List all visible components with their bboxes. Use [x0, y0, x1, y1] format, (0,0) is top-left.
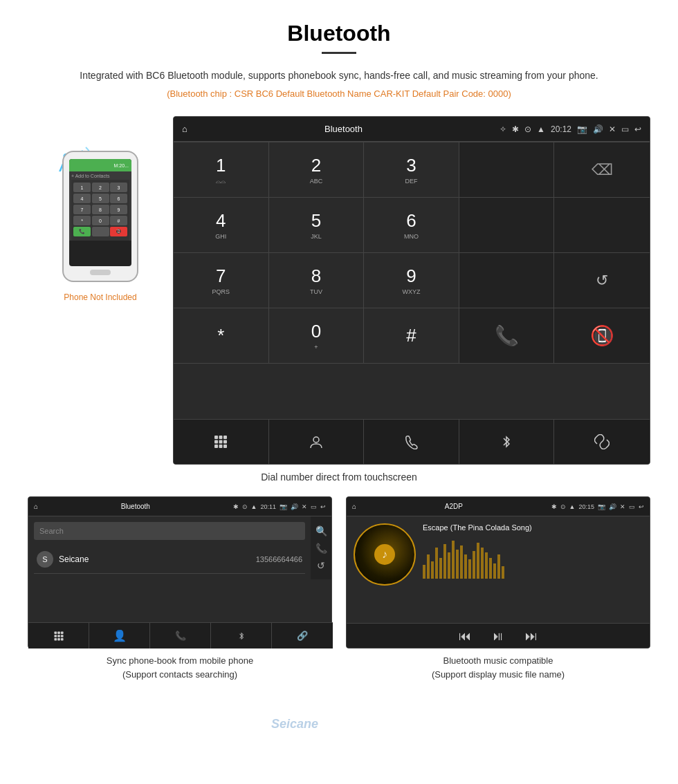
dial-screen-header: ⌂ Bluetooth ✧ ✱ ⊙ ▲ 20:12 📷 🔊 ✕ ▭ ↩: [174, 117, 650, 142]
contact-name: Seicane: [59, 554, 256, 564]
music-status-icons: ✱⊙▲ 20:15 📷🔊✕▭↩: [551, 503, 644, 510]
svg-line-11: [601, 440, 603, 443]
dial-bottom-bar: [174, 419, 650, 464]
pb-bottom-link[interactable]: 🔗: [272, 623, 332, 648]
pb-bottom-dialpad[interactable]: [28, 623, 89, 648]
svg-rect-7: [214, 445, 218, 448]
back-icon[interactable]: ↩: [634, 124, 641, 134]
music-time: 20:15: [578, 503, 594, 510]
phonebook-title: Bluetooth: [38, 503, 233, 510]
dial-key-call-red[interactable]: 📵: [554, 308, 650, 364]
svg-rect-19: [57, 638, 60, 641]
music-album-area: ♪ Escape (The Pina Colada Song): [347, 516, 650, 623]
time-display: 20:12: [551, 124, 571, 134]
dial-key-8[interactable]: 8TUV: [269, 253, 365, 308]
header-right-icons: ✧ ✱ ⊙ ▲ 20:12 📷 🔊 ✕ ▭ ↩: [500, 124, 641, 134]
music-caption-line2: (Support display music file name): [432, 669, 565, 680]
phonebook-wrap: ⌂ Bluetooth ✱⊙▲ 20:11 📷🔊✕▭↩: [28, 496, 332, 681]
music-title: A2DP: [356, 503, 551, 510]
music-song-title: Escape (The Pina Colada Song): [423, 523, 643, 532]
svg-rect-17: [60, 635, 63, 637]
dial-key-1[interactable]: 1⌓⌓: [174, 142, 269, 198]
bluetooth-info: (Bluetooth chip : CSR BC6 Default Blueto…: [28, 88, 650, 99]
svg-rect-4: [214, 440, 218, 444]
svg-rect-16: [57, 635, 60, 637]
title-underline: [322, 52, 356, 54]
dial-key-3[interactable]: 3DEF: [364, 142, 459, 198]
contact-row[interactable]: S Seicane 13566664466: [34, 545, 305, 574]
dial-key-star[interactable]: *: [174, 308, 269, 364]
dial-cell-empty-4: [459, 253, 555, 308]
svg-rect-8: [219, 445, 223, 448]
dial-screen-title: Bluetooth: [187, 124, 500, 134]
bottom-section: ⌂ Bluetooth ✱⊙▲ 20:11 📷🔊✕▭↩: [28, 496, 650, 681]
svg-rect-14: [60, 631, 63, 634]
phone-container: Å M:20... + Add to Contacts: [28, 116, 173, 302]
header-left-icons: ⌂: [182, 124, 187, 134]
bottom-contacts-icon[interactable]: [269, 420, 365, 464]
svg-rect-2: [219, 436, 223, 439]
sidebar-call-icon[interactable]: 📞: [315, 543, 327, 554]
sidebar-refresh-icon[interactable]: ↺: [317, 560, 325, 571]
bottom-link-icon[interactable]: [554, 420, 650, 464]
svg-rect-15: [54, 635, 57, 637]
phonebook-search-bar[interactable]: Search: [34, 522, 305, 540]
prev-track-icon[interactable]: ⏮: [459, 629, 471, 644]
bottom-phone-icon[interactable]: [364, 420, 459, 464]
dial-key-backspace[interactable]: ⌫: [554, 142, 650, 198]
dial-key-9[interactable]: 9WXYZ: [364, 253, 459, 308]
phonebook-content: Search S Seicane 13566664466: [28, 516, 311, 579]
sidebar-search-icon[interactable]: 🔍: [315, 525, 327, 536]
play-pause-icon[interactable]: ⏯: [492, 629, 504, 644]
dial-key-hash[interactable]: #: [364, 308, 459, 364]
screen-icon: ▭: [621, 124, 629, 134]
phonebook-main: Search S Seicane 13566664466: [28, 516, 311, 579]
phone-keypad: 123 456 789 *0#: [71, 180, 129, 241]
next-track-icon[interactable]: ⏭: [525, 629, 538, 644]
phone-screen: M:20... + Add to Contacts 123 456: [69, 159, 131, 266]
main-section: Å M:20... + Add to Contacts: [28, 116, 650, 465]
contact-number: 13566664466: [256, 555, 302, 563]
pb-bottom-bt[interactable]: [211, 623, 272, 648]
dial-key-5[interactable]: 5JKL: [269, 198, 365, 253]
phonebook-sidebar: 🔍 📞 ↺: [311, 516, 331, 579]
phonebook-caption-line2: (Support contacts searching): [122, 669, 237, 680]
search-placeholder: Search: [39, 527, 64, 535]
phonebook-status-icons: ✱⊙▲ 20:11 📷🔊✕▭↩: [233, 503, 326, 510]
dial-key-6[interactable]: 6MNO: [364, 198, 459, 253]
phonebook-screen-container: ⌂ Bluetooth ✱⊙▲ 20:11 📷🔊✕▭↩: [28, 496, 332, 648]
phonebook-caption-line1: Sync phone-book from mobile phone: [107, 655, 253, 666]
description: Integrated with BC6 Bluetooth module, su…: [28, 68, 650, 83]
phone-illustration: Å M:20... + Add to Contacts: [55, 137, 145, 289]
bottom-dialpad-icon[interactable]: [174, 420, 269, 464]
svg-rect-1: [214, 436, 218, 439]
pb-bottom-person[interactable]: 👤: [89, 623, 150, 648]
svg-rect-9: [223, 445, 227, 448]
contact-avatar: S: [37, 551, 53, 568]
svg-rect-5: [219, 440, 223, 444]
dial-key-call-green[interactable]: 📞: [459, 308, 555, 364]
music-visualizer: [423, 537, 643, 579]
music-info: Escape (The Pina Colada Song): [423, 523, 643, 616]
camera-icon: 📷: [577, 124, 587, 134]
svg-rect-12: [54, 631, 57, 634]
music-content: ♪ Escape (The Pina Colada Song): [347, 516, 650, 648]
dial-key-7[interactable]: 7PQRS: [174, 253, 269, 308]
page-container: Bluetooth Integrated with BC6 Bluetooth …: [0, 0, 678, 709]
phonebook-screen: ⌂ Bluetooth ✱⊙▲ 20:11 📷🔊✕▭↩: [28, 496, 332, 648]
home-icon[interactable]: ⌂: [182, 124, 187, 134]
album-art: ♪: [354, 523, 416, 586]
svg-rect-18: [54, 638, 57, 641]
dial-key-refresh[interactable]: ↺: [554, 253, 650, 308]
pb-bottom-phone[interactable]: 📞: [150, 623, 211, 648]
bottom-bluetooth-icon[interactable]: [459, 420, 555, 464]
dial-key-2[interactable]: 2ABC: [269, 142, 365, 198]
dial-cell-empty-3: [554, 198, 650, 253]
close-icon: ✕: [609, 124, 616, 134]
seicane-watermark: Seicane: [271, 717, 318, 731]
dial-key-0[interactable]: 0+: [269, 308, 365, 364]
svg-point-10: [313, 437, 319, 442]
dial-cell-empty-2: [459, 198, 555, 253]
dial-key-4[interactable]: 4GHI: [174, 198, 269, 253]
dial-screen-caption: Dial number direct from touchscreen: [28, 472, 650, 483]
